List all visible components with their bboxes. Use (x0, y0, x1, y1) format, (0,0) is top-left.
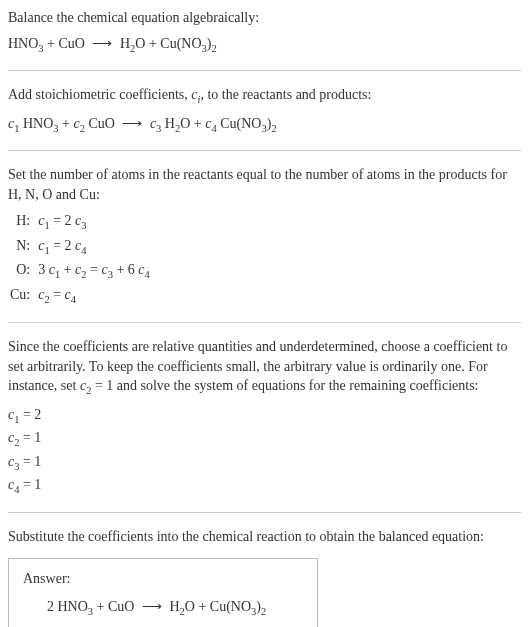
coeff-prompt: Add stoichiometric coefficients, ci, to … (8, 85, 521, 107)
step-solve: Since the coefficients are relative quan… (8, 337, 521, 498)
atom-row: H:c1 = 2 c3 (8, 210, 156, 234)
atom-balance-body: H:c1 = 2 c3N:c1 = 2 c4O:3 c1 + c2 = c3 +… (8, 210, 156, 308)
atom-equation: c1 = 2 c3 (36, 210, 156, 234)
atom-row: N:c1 = 2 c4 (8, 235, 156, 259)
balance-prompt: Balance the chemical equation algebraica… (8, 8, 521, 28)
unbalanced-reaction: HNO3 + CuO ⟶ H2O + Cu(NO3)2 (8, 34, 521, 56)
atom-row: Cu:c2 = c4 (8, 284, 156, 308)
answer-label: Answer: (23, 569, 303, 589)
atom-equation: c2 = c4 (36, 284, 156, 308)
atom-equation: 3 c1 + c2 = c3 + 6 c4 (36, 259, 156, 283)
atom-balance-table: H:c1 = 2 c3N:c1 = 2 c4O:3 c1 + c2 = c3 +… (8, 210, 156, 308)
element-label: Cu: (8, 284, 36, 308)
solve-prompt: Since the coefficients are relative quan… (8, 337, 521, 399)
divider (8, 70, 521, 71)
element-label: N: (8, 235, 36, 259)
element-label: O: (8, 259, 36, 283)
step-substitute: Substitute the coefficients into the che… (8, 527, 521, 627)
divider (8, 512, 521, 513)
coeff-reaction: c1 HNO3 + c2 CuO ⟶ c3 H2O + c4 Cu(NO3)2 (8, 114, 521, 136)
coefficient-value: c3 = 1 (8, 452, 521, 474)
divider (8, 322, 521, 323)
coefficient-solutions: c1 = 2c2 = 1c3 = 1c4 = 1 (8, 405, 521, 498)
divider (8, 150, 521, 151)
step-balance: Balance the chemical equation algebraica… (8, 8, 521, 56)
step-atom-equations: Set the number of atoms in the reactants… (8, 165, 521, 308)
coefficient-value: c1 = 2 (8, 405, 521, 427)
coefficient-value: c4 = 1 (8, 475, 521, 497)
element-label: H: (8, 210, 36, 234)
coefficient-value: c2 = 1 (8, 428, 521, 450)
atom-row: O:3 c1 + c2 = c3 + 6 c4 (8, 259, 156, 283)
atom-prompt: Set the number of atoms in the reactants… (8, 165, 521, 204)
atom-equation: c1 = 2 c4 (36, 235, 156, 259)
balanced-equation: 2 HNO3 + CuO ⟶ H2O + Cu(NO3)2 (23, 597, 303, 619)
substitute-prompt: Substitute the coefficients into the che… (8, 527, 521, 547)
step-coefficients: Add stoichiometric coefficients, ci, to … (8, 85, 521, 136)
answer-box: Answer: 2 HNO3 + CuO ⟶ H2O + Cu(NO3)2 (8, 558, 318, 627)
